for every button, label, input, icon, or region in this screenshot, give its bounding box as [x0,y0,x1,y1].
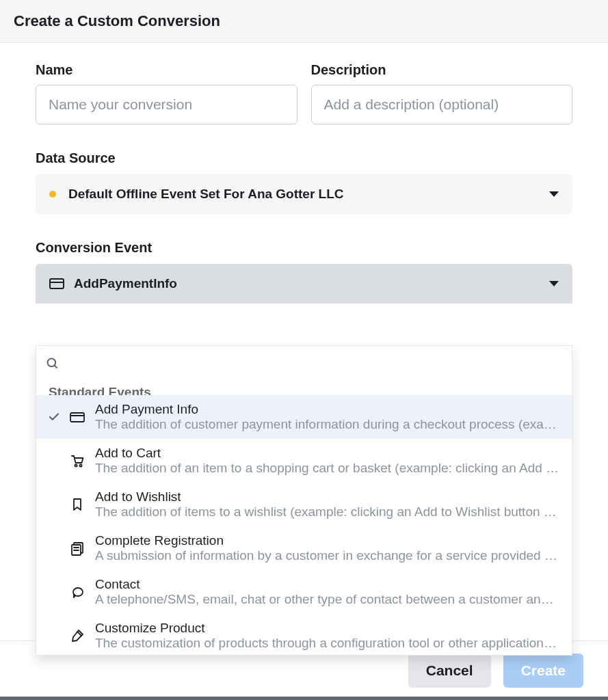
event-option-title: Add to Cart [95,446,559,461]
brush-icon [65,628,90,644]
name-label: Name [36,62,298,78]
conversion-event-panel: Standard Events Add Payment InfoThe addi… [36,345,572,656]
event-option[interactable]: Complete RegistrationA submission of inf… [36,526,572,570]
event-option[interactable]: Add Payment InfoThe addition of customer… [36,395,572,439]
event-option[interactable]: ContactA telephone/SMS, email, chat or o… [36,570,572,614]
name-input[interactable] [36,85,298,124]
event-option-desc: The addition of items to a wishlist (exa… [95,504,559,520]
data-source-label: Data Source [36,150,572,166]
event-group-header: Standard Events [36,381,572,395]
svg-point-5 [79,464,81,466]
event-option-title: Contact [95,577,559,592]
form-icon [65,540,90,556]
data-source-dropdown[interactable]: Default Offline Event Set For Ana Gotter… [36,174,572,214]
data-source-selected: Default Offline Event Set For Ana Gotter… [68,187,549,202]
event-option[interactable]: Add to CartThe addition of an item to a … [36,439,572,483]
create-button[interactable]: Create [503,654,583,688]
event-option-desc: The addition of customer payment informa… [95,417,559,432]
search-icon [46,357,60,371]
event-option-desc: A submission of information by a custome… [95,548,559,563]
description-label: Description [311,62,573,78]
event-option-title: Add to Wishlist [95,489,559,504]
event-option-desc: The addition of an item to a shopping ca… [95,461,559,476]
modal-body: Name Description Data Source Default Off… [0,43,608,304]
check-icon [43,411,65,423]
event-options-list: Add Payment InfoThe addition of customer… [36,395,572,655]
cart-icon [65,453,90,469]
event-option-title: Complete Registration [95,533,559,548]
description-input[interactable] [311,85,573,124]
svg-rect-2 [70,413,84,422]
modal-title: Create a Custom Conversion [14,12,594,30]
event-option[interactable]: Customize ProductThe customization of pr… [36,614,572,655]
conversion-event-selected: AddPaymentInfo [74,276,549,291]
svg-line-1 [55,366,57,368]
description-field: Description [311,62,573,124]
status-dot-icon [49,191,56,198]
name-field: Name [36,62,298,124]
svg-point-4 [75,464,77,466]
event-option-desc: A telephone/SMS, email, chat or other ty… [95,592,559,607]
data-source-section: Data Source Default Offline Event Set Fo… [36,150,572,214]
conversion-event-label: Conversion Event [36,240,572,256]
bookmark-icon [65,496,90,513]
event-option-title: Customize Product [95,621,559,636]
event-option-desc: The customization of products through a … [95,636,559,651]
chevron-down-icon [549,191,559,197]
conversion-event-dropdown[interactable]: AddPaymentInfo [36,264,572,304]
cancel-button[interactable]: Cancel [408,654,491,688]
credit-card-icon [49,278,64,289]
event-search-row [36,346,572,381]
event-search-input[interactable] [66,346,562,381]
chat-icon [65,584,90,600]
svg-point-0 [48,359,56,367]
bottom-rail [0,697,608,700]
modal-header: Create a Custom Conversion [0,0,608,43]
chevron-down-icon [549,281,559,286]
event-option[interactable]: Add to WishlistThe addition of items to … [36,483,572,526]
credit-card-icon [65,409,90,425]
event-option-title: Add Payment Info [95,402,559,417]
conversion-event-section: Conversion Event AddPaymentInfo [36,240,572,304]
